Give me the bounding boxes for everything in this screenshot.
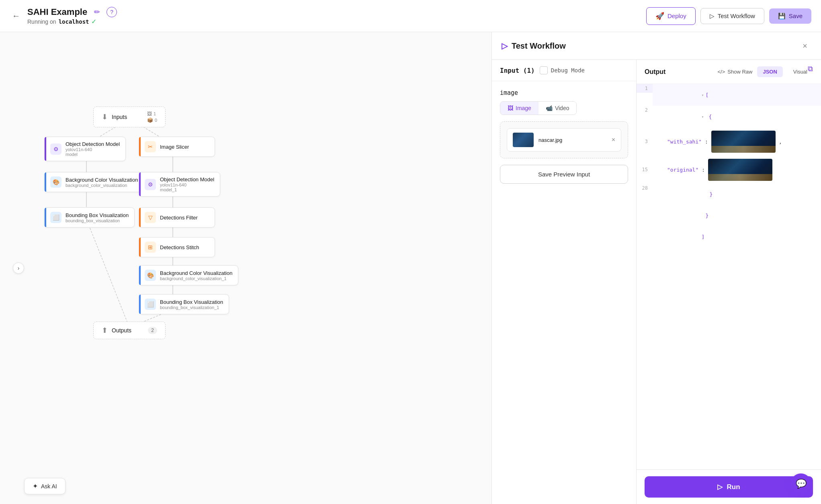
bbox-viz-1-info: Bounding Box Visualization bounding_box_…: [66, 212, 129, 223]
output-label: Output: [645, 68, 665, 76]
code-block: 1 ▾ [ 2 ▾: [637, 84, 821, 469]
inputs-download-icon: ⬇: [102, 113, 108, 121]
panel-play-icon: ▷: [502, 41, 508, 51]
subtitle: Running on localhost ✓: [27, 18, 117, 25]
test-workflow-panel: ▷ Test Workflow × Input (1) Debug Mode i…: [491, 32, 821, 504]
video-tab-label: Video: [555, 105, 569, 111]
with-sahi-image: [711, 131, 776, 153]
panel-body: Input (1) Debug Mode image 🖼 Image: [492, 60, 821, 504]
debug-label: Debug Mode: [551, 67, 585, 74]
panel-close-button[interactable]: ×: [798, 39, 811, 52]
image-tab-label: Image: [516, 105, 531, 111]
expand-toggle[interactable]: ›: [13, 262, 24, 274]
panel-title: ▷ Test Workflow: [502, 41, 566, 51]
det-filter-node[interactable]: ▽ Detections Filter: [139, 207, 215, 227]
file-name: nascar.jpg: [538, 137, 562, 143]
code-line-1: 1 ▾ [: [637, 84, 821, 106]
show-raw-button[interactable]: </> Show Raw: [717, 69, 752, 75]
line-number-1: 1: [637, 84, 653, 93]
bbox-viz-2-icon: ⬜: [145, 299, 156, 310]
save-icon: 💾: [778, 12, 786, 20]
test-workflow-button[interactable]: ▷ Test Workflow: [700, 8, 764, 24]
code-line-2: 2 ▾ {: [637, 106, 821, 127]
chat-button[interactable]: 💬: [790, 473, 811, 494]
header-left: ← SAHI Example ✏ ? Running on localhost …: [10, 6, 117, 25]
det-filter-info: Detections Filter: [160, 215, 198, 221]
line-content-2: ▾ {: [653, 106, 821, 127]
ask-ai-label: Ask AI: [41, 483, 57, 490]
upload-area[interactable]: nascar.jpg ×: [500, 121, 628, 158]
bg-color-1-icon: 🎨: [50, 176, 61, 188]
obj-detect-2-node[interactable]: ⚙ Object Detection Model yolov11n-640 mo…: [139, 172, 220, 197]
ask-ai-button[interactable]: ✦ Ask AI: [24, 478, 66, 494]
det-stitch-node[interactable]: ⊞ Detections Stitch: [139, 237, 215, 257]
run-button[interactable]: ▷ Run: [645, 476, 813, 498]
original-image: [708, 159, 772, 181]
expand-icon-1[interactable]: ▾: [702, 93, 704, 97]
code-line-15: 15 "original" :: [637, 156, 821, 184]
deploy-label: Deploy: [667, 12, 686, 19]
copy-button[interactable]: ⧉: [808, 65, 813, 73]
det-stitch-icon: ⊞: [145, 242, 156, 253]
line-content-close1: }: [653, 205, 821, 226]
run-play-icon: ▷: [717, 483, 723, 491]
save-label: Save: [789, 12, 803, 19]
image-slicer-info: Image Slicer: [160, 144, 189, 150]
line-content-close2: ]: [653, 226, 821, 248]
json-tab[interactable]: JSON: [757, 66, 782, 77]
bbox-viz-1-node[interactable]: ⬜ Bounding Box Visualization bounding_bo…: [44, 207, 135, 227]
det-filter-icon: ▽: [145, 212, 156, 223]
outputs-label: Outputs: [112, 327, 131, 334]
debug-checkbox[interactable]: [540, 66, 548, 74]
inputs-label: Inputs: [112, 114, 127, 120]
line-content-3: "with_sahi" : ,: [653, 129, 821, 154]
image-slicer-node[interactable]: ✂ Image Slicer: [139, 137, 215, 157]
chat-icon: 💬: [796, 479, 807, 489]
bg-color-2-icon: 🎨: [145, 270, 156, 281]
obj-detect-2-info: Object Detection Model yolov11n-640 mode…: [160, 176, 214, 192]
inputs-badge1: 🖼1: [147, 111, 157, 117]
code-line-close2: ]: [637, 226, 821, 248]
video-tab[interactable]: 📹 Video: [538, 102, 577, 115]
header: ← SAHI Example ✏ ? Running on localhost …: [0, 0, 821, 32]
header-right: 🚀 Deploy ▷ Test Workflow 💾 Save: [646, 7, 811, 25]
debug-toggle[interactable]: Debug Mode: [540, 66, 585, 74]
edit-icon[interactable]: ✏: [91, 6, 102, 18]
expand-icon-2[interactable]: ▾: [702, 115, 704, 119]
panel-header: ▷ Test Workflow ×: [492, 32, 821, 60]
output-section: Output </> Show Raw JSON Visual ⧉: [637, 60, 821, 504]
test-workflow-label: Test Workflow: [718, 12, 755, 19]
deploy-button[interactable]: 🚀 Deploy: [646, 7, 696, 25]
input-header: Input (1) Debug Mode: [492, 60, 636, 81]
image-tab[interactable]: 🖼 Image: [500, 102, 538, 115]
image-slicer-icon: ✂: [145, 141, 156, 152]
back-button[interactable]: ←: [10, 10, 23, 23]
help-icon[interactable]: ?: [106, 7, 117, 17]
code-line-28: 28 }: [637, 184, 821, 205]
save-button[interactable]: 💾 Save: [769, 8, 811, 24]
save-preview-button[interactable]: Save Preview Input: [500, 165, 628, 184]
input-section: Input (1) Debug Mode image 🖼 Image: [492, 60, 637, 504]
canvas-connectors: [0, 32, 491, 504]
bg-color-1-info: Background Color Visualization backgroun…: [66, 177, 138, 188]
file-thumbnail: [513, 133, 534, 147]
workflow-canvas[interactable]: ⬇ Inputs 🖼1 📦0 ⚙ Object Detection Model …: [0, 32, 491, 504]
app-title: SAHI Example: [27, 7, 87, 17]
obj-detect-1-node[interactable]: ⚙ Object Detection Model yolov11n-640 mo…: [44, 137, 126, 161]
det-stitch-info: Detections Stitch: [160, 244, 199, 250]
bg-color-2-node[interactable]: 🎨 Background Color Visualization backgro…: [139, 265, 238, 285]
bbox-viz-1-icon: ⬜: [50, 212, 61, 223]
file-remove-button[interactable]: ×: [612, 136, 615, 143]
line-number-15: 15: [637, 165, 653, 174]
line-number-2: 2: [637, 106, 653, 115]
bbox-viz-2-node[interactable]: ⬜ Bounding Box Visualization bounding_bo…: [139, 294, 229, 314]
inputs-node[interactable]: ⬇ Inputs 🖼1 📦0: [93, 107, 166, 127]
line-content-1: ▾ [: [653, 84, 821, 106]
line-number-close1: [637, 205, 653, 208]
bg-color-1-node[interactable]: 🎨 Background Color Visualization backgro…: [44, 172, 144, 192]
outputs-node[interactable]: ⬆ Outputs 2: [93, 322, 166, 339]
code-line-close1: }: [637, 205, 821, 226]
media-tabs: 🖼 Image 📹 Video: [500, 101, 577, 115]
deploy-icon: 🚀: [655, 12, 664, 20]
obj-detect-2-icon: ⚙: [145, 179, 156, 190]
